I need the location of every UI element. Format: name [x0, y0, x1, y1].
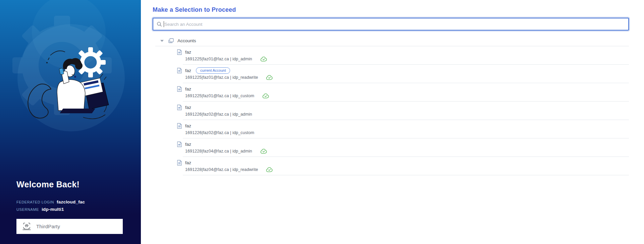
accounts-tree: Accounts faz 1691225|faz01@faz.ca | idp_…: [153, 35, 629, 175]
main-panel: Make a Selection to Proceed: [141, 0, 644, 244]
account-text: faz 1691228|faz04@faz.ca | idp_readwrite: [185, 159, 273, 173]
account-name: faz: [185, 105, 191, 110]
cloud-synced-icon: [262, 94, 269, 99]
document-icon: [177, 68, 182, 73]
federated-login-row: FEDERATED LOGIN fazcloud_fac: [16, 198, 85, 206]
account-text: faz current Account 1691225|faz01@faz.ca…: [185, 67, 273, 81]
account-text: faz 1691225|faz01@faz.ca | idp_custom: [185, 85, 269, 99]
account-detail: 1691226|faz02@faz.ca | idp_custom: [185, 130, 254, 135]
welcome-title: Welcome Back!: [16, 180, 79, 189]
account-detail: 1691228|faz04@faz.ca | idp_admin: [185, 149, 252, 154]
document-icon: [177, 86, 182, 92]
account-detail: 1691226|faz02@faz.ca | idp_admin: [185, 112, 252, 117]
cloud-synced-icon: [260, 149, 267, 154]
account-row[interactable]: faz 1691228|faz04@faz.ca | idp_admin: [153, 138, 629, 157]
identity-block: FEDERATED LOGIN fazcloud_fac USERNAME id…: [16, 198, 85, 213]
tree-root-label: Accounts: [177, 38, 196, 43]
account-row[interactable]: faz 1691225|faz01@faz.ca | idp_custom: [153, 83, 629, 102]
third-party-login-button[interactable]: ThirdParty: [16, 219, 123, 234]
account-text: faz 1691226|faz02@faz.ca | idp_custom: [185, 122, 254, 136]
sidebar: Welcome Back! FEDERATED LOGIN fazcloud_f…: [0, 0, 141, 244]
account-name: faz: [185, 86, 191, 92]
support-agent-illustration: [0, 0, 141, 173]
account-detail: 1691228|faz04@faz.ca | idp_readwrite: [185, 167, 258, 172]
current-account-badge: current Account: [196, 67, 230, 74]
account-detail: 1691225|faz01@faz.ca | idp_admin: [185, 57, 252, 61]
federated-login-value: fazcloud_fac: [57, 198, 85, 205]
accounts-collection-icon: [168, 38, 174, 43]
account-detail: 1691225|faz01@faz.ca | idp_custom: [185, 94, 254, 98]
account-text: faz 1691225|faz01@faz.ca | idp_admin: [185, 49, 267, 62]
document-icon: [177, 123, 182, 129]
account-name: faz: [185, 50, 191, 55]
username-value: idp-multi1: [42, 206, 64, 213]
account-name: faz: [185, 123, 191, 128]
federated-login-label: FEDERATED LOGIN: [16, 199, 54, 206]
account-row[interactable]: faz 1691225|faz01@faz.ca | idp_admin: [153, 46, 629, 65]
account-name: faz: [185, 160, 191, 165]
account-row[interactable]: faz 1691226|faz02@faz.ca | idp_custom: [153, 120, 629, 138]
account-list: faz 1691225|faz01@faz.ca | idp_admin: [153, 46, 629, 175]
account-name: faz: [185, 68, 191, 73]
text-cursor: [164, 21, 164, 27]
account-search-box: [153, 18, 629, 30]
document-icon: [177, 49, 182, 55]
search-input[interactable]: [164, 22, 625, 27]
third-party-button-label: ThirdParty: [36, 224, 60, 229]
tree-node-accounts[interactable]: Accounts: [153, 35, 629, 46]
username-label: USERNAME: [16, 206, 39, 213]
search-icon: [157, 21, 162, 27]
fingerprint-scanner-icon: [22, 223, 31, 231]
account-text: faz 1691226|faz02@faz.ca | idp_admin: [185, 104, 252, 118]
username-row: USERNAME idp-multi1: [16, 206, 85, 213]
cloud-synced-icon: [266, 75, 273, 80]
account-row[interactable]: faz 1691228|faz04@faz.ca | idp_readwrite: [153, 157, 629, 175]
document-icon: [177, 160, 182, 166]
document-icon: [177, 105, 182, 110]
account-row[interactable]: faz current Account 1691225|faz01@faz.ca…: [153, 65, 629, 83]
account-row[interactable]: faz 1691226|faz02@faz.ca | idp_admin: [153, 102, 629, 120]
cloud-synced-icon: [266, 167, 273, 172]
page-title: Make a Selection to Proceed: [153, 6, 629, 13]
chevron-down-icon[interactable]: [160, 40, 164, 42]
account-name: faz: [185, 142, 191, 147]
account-detail: 1691225|faz01@faz.ca | idp_readwrite: [185, 75, 258, 80]
account-text: faz 1691228|faz04@faz.ca | idp_admin: [185, 141, 267, 155]
account-selection-page: Welcome Back! FEDERATED LOGIN fazcloud_f…: [0, 0, 644, 244]
document-icon: [177, 141, 182, 147]
cloud-synced-icon: [260, 57, 267, 62]
